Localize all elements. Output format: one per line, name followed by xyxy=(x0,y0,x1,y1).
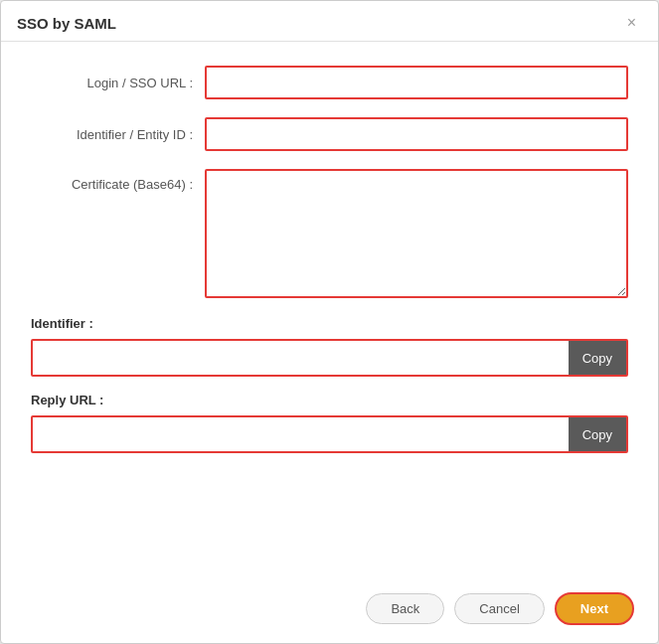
identifier-entity-id-label: Identifier / Entity ID : xyxy=(31,127,205,142)
reply-url-section: Reply URL : Copy xyxy=(31,393,628,453)
certificate-row: Certificate (Base64) : xyxy=(31,169,628,298)
close-button[interactable]: × xyxy=(621,13,642,33)
reply-url-copy-row: Copy xyxy=(31,415,628,453)
reply-url-copy-input[interactable] xyxy=(33,417,569,451)
login-sso-url-row: Login / SSO URL : xyxy=(31,66,628,99)
identifier-entity-id-row: Identifier / Entity ID : xyxy=(31,117,628,151)
login-sso-url-label: Login / SSO URL : xyxy=(31,76,205,90)
identifier-copy-input[interactable] xyxy=(33,341,569,375)
reply-url-copy-button[interactable]: Copy xyxy=(569,417,626,451)
back-button[interactable]: Back xyxy=(366,593,444,624)
dialog-footer: Back Cancel Next xyxy=(1,580,658,643)
dialog-title: SSO by SAML xyxy=(17,15,116,32)
dialog-header: SSO by SAML × xyxy=(1,1,658,42)
sso-saml-dialog: SSO by SAML × Login / SSO URL : Identifi… xyxy=(0,0,659,644)
identifier-entity-id-input[interactable] xyxy=(205,117,628,151)
identifier-section-label: Identifier : xyxy=(31,316,628,331)
identifier-copy-button[interactable]: Copy xyxy=(569,341,626,375)
reply-url-section-label: Reply URL : xyxy=(31,393,628,407)
identifier-copy-row: Copy xyxy=(31,339,628,377)
next-button[interactable]: Next xyxy=(555,592,634,625)
identifier-section: Identifier : Copy xyxy=(31,316,628,377)
cancel-button[interactable]: Cancel xyxy=(454,593,544,624)
certificate-label: Certificate (Base64) : xyxy=(31,177,205,192)
dialog-body: Login / SSO URL : Identifier / Entity ID… xyxy=(1,42,658,580)
certificate-textarea[interactable] xyxy=(205,169,628,298)
login-sso-url-input[interactable] xyxy=(205,66,628,99)
